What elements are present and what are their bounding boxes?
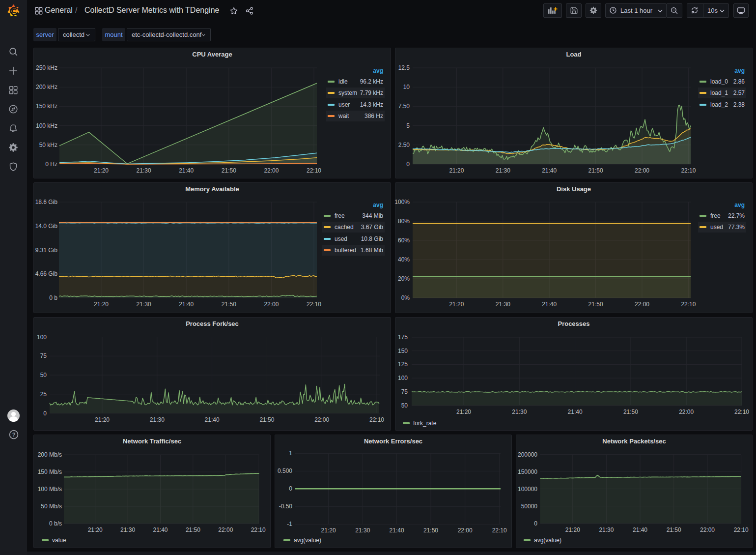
svg-text:21:20: 21:20 [94, 167, 109, 174]
svg-text:80%: 80% [398, 218, 410, 225]
svg-text:21:50: 21:50 [222, 167, 236, 174]
svg-text:21:40: 21:40 [179, 301, 194, 308]
svg-text:21:50: 21:50 [423, 527, 438, 534]
svg-text:200000: 200000 [518, 451, 537, 458]
svg-text:100 Mb/s: 100 Mb/s [38, 486, 62, 493]
svg-text:2.50: 2.50 [398, 142, 410, 148]
svg-text:22:10: 22:10 [307, 301, 321, 308]
svg-text:21:50: 21:50 [588, 301, 603, 308]
svg-text:22:00: 22:00 [264, 301, 279, 308]
svg-text:125: 125 [398, 361, 408, 368]
svg-text:75: 75 [40, 352, 47, 359]
svg-text:0: 0 [534, 520, 537, 527]
svg-text:100: 100 [398, 375, 408, 381]
svg-text:150 Mb/s: 150 Mb/s [38, 468, 62, 475]
svg-text:0%: 0% [401, 294, 410, 301]
svg-text:21:30: 21:30 [355, 527, 370, 534]
svg-text:21:20: 21:20 [449, 301, 464, 308]
svg-text:0 b/s: 0 b/s [49, 520, 62, 527]
svg-text:22:00: 22:00 [679, 409, 694, 415]
svg-text:21:30: 21:30 [599, 526, 614, 533]
svg-text:18.6 Gib: 18.6 Gib [35, 199, 58, 205]
svg-text:21:20: 21:20 [321, 527, 336, 534]
svg-text:21:30: 21:30 [120, 526, 135, 533]
svg-text:21:40: 21:40 [542, 301, 557, 308]
svg-text:0.500: 0.500 [278, 467, 292, 474]
svg-text:-0.50: -0.50 [279, 503, 293, 510]
svg-text:-1: -1 [287, 521, 292, 527]
svg-text:22:10: 22:10 [492, 527, 507, 534]
svg-text:21:40: 21:40 [568, 409, 583, 415]
svg-text:50 kHz: 50 kHz [39, 142, 57, 148]
svg-text:5: 5 [406, 122, 410, 129]
svg-text:7.50: 7.50 [398, 103, 410, 110]
svg-text:21:50: 21:50 [186, 526, 200, 533]
svg-text:10: 10 [403, 84, 410, 90]
svg-text:150: 150 [398, 348, 408, 354]
svg-text:4.66 Gib: 4.66 Gib [35, 270, 58, 277]
svg-text:21:30: 21:30 [512, 409, 527, 415]
svg-text:200 Mb/s: 200 Mb/s [38, 451, 62, 458]
svg-text:100: 100 [37, 334, 47, 341]
svg-text:14.0 Gib: 14.0 Gib [35, 223, 58, 230]
svg-text:0 Hz: 0 Hz [45, 161, 57, 168]
svg-text:22:00: 22:00 [635, 301, 649, 308]
svg-text:1: 1 [289, 450, 292, 457]
svg-text:175: 175 [398, 334, 408, 341]
svg-text:21:20: 21:20 [94, 301, 109, 308]
svg-text:21:20: 21:20 [565, 526, 580, 533]
svg-text:21:40: 21:40 [205, 416, 220, 423]
svg-text:75: 75 [401, 388, 408, 395]
svg-text:100%: 100% [394, 199, 410, 205]
svg-text:60%: 60% [398, 237, 410, 244]
svg-text:21:50: 21:50 [623, 409, 638, 415]
svg-text:21:50: 21:50 [588, 167, 603, 174]
svg-text:22:00: 22:00 [314, 416, 329, 423]
svg-text:22:10: 22:10 [681, 301, 696, 308]
svg-text:0: 0 [406, 161, 410, 168]
svg-text:22:00: 22:00 [264, 167, 279, 174]
svg-text:150000: 150000 [518, 468, 537, 475]
svg-text:21:20: 21:20 [88, 526, 103, 533]
svg-text:100 kHz: 100 kHz [36, 122, 57, 129]
svg-text:100000: 100000 [518, 486, 537, 493]
svg-text:22:10: 22:10 [681, 167, 696, 174]
svg-text:21:30: 21:30 [137, 301, 151, 308]
svg-text:21:40: 21:40 [390, 527, 404, 534]
svg-text:21:40: 21:40 [542, 167, 557, 174]
svg-text:22:10: 22:10 [734, 526, 749, 533]
svg-text:21:20: 21:20 [449, 167, 464, 174]
svg-text:21:50: 21:50 [667, 526, 681, 533]
svg-text:25: 25 [40, 391, 47, 398]
svg-text:50000: 50000 [521, 503, 538, 510]
svg-text:50: 50 [401, 402, 408, 409]
svg-text:21:40: 21:40 [179, 167, 194, 174]
svg-text:21:40: 21:40 [633, 526, 647, 533]
svg-text:22:00: 22:00 [218, 526, 233, 533]
svg-text:21:20: 21:20 [95, 416, 110, 423]
svg-text:22:10: 22:10 [734, 409, 749, 415]
svg-text:22:00: 22:00 [458, 527, 473, 534]
svg-text:21:30: 21:30 [496, 167, 510, 174]
svg-text:9.31 Gib: 9.31 Gib [35, 247, 58, 254]
svg-text:200 kHz: 200 kHz [36, 84, 57, 90]
svg-text:?: ? [12, 432, 16, 438]
svg-text:22:10: 22:10 [307, 167, 321, 174]
svg-text:0 b: 0 b [49, 294, 57, 301]
svg-text:21:30: 21:30 [137, 167, 151, 174]
svg-text:20%: 20% [398, 275, 410, 282]
svg-text:150 kHz: 150 kHz [36, 103, 57, 110]
svg-text:21:40: 21:40 [153, 526, 168, 533]
svg-text:50 Mb/s: 50 Mb/s [41, 503, 62, 510]
svg-text:0: 0 [43, 410, 47, 417]
svg-text:40%: 40% [398, 256, 410, 263]
svg-text:12.5: 12.5 [398, 64, 410, 71]
svg-text:21:30: 21:30 [150, 416, 165, 423]
svg-text:22:10: 22:10 [369, 416, 384, 423]
svg-text:21:50: 21:50 [222, 301, 236, 308]
svg-text:22:10: 22:10 [251, 526, 266, 533]
svg-text:21:30: 21:30 [496, 301, 510, 308]
svg-text:250 kHz: 250 kHz [36, 64, 57, 71]
svg-text:0: 0 [289, 485, 292, 492]
svg-text:21:20: 21:20 [456, 409, 471, 415]
